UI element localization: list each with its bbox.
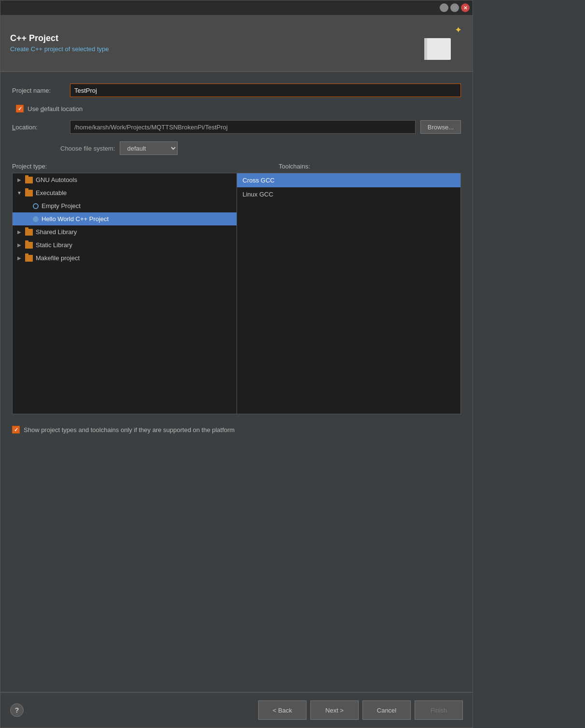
- toolchain-label: Linux GCC: [243, 191, 274, 198]
- location-input[interactable]: [70, 120, 416, 134]
- arrow-icon: [24, 216, 30, 222]
- filesystem-row: Choose file system: default: [12, 141, 461, 155]
- browse-button[interactable]: Browse...: [420, 120, 461, 134]
- use-default-location-row: Use default location: [12, 105, 461, 112]
- platform-filter-label: Show project types and toolchains only i…: [24, 426, 235, 434]
- toolchains-list[interactable]: Cross GCC Linux GCC: [237, 173, 461, 414]
- wizard-icon: ✦: [424, 24, 463, 62]
- wizard-header: C++ Project Create C++ project of select…: [0, 15, 473, 71]
- folder-icon: [25, 229, 33, 236]
- folder-icon: [25, 190, 33, 196]
- project-type-list[interactable]: ▶ GNU Autotools ▼ Executable Emp: [12, 173, 237, 414]
- list-item[interactable]: Hello World C++ Project: [13, 212, 237, 225]
- use-default-label: Use default location: [28, 105, 83, 112]
- toolchain-label: Cross GCC: [243, 177, 275, 184]
- platform-filter-row: Show project types and toolchains only i…: [12, 422, 461, 437]
- arrow-icon: ▶: [16, 255, 22, 261]
- star-icon: ✦: [455, 25, 462, 35]
- radio-icon: [33, 216, 39, 222]
- item-label: Hello World C++ Project: [42, 215, 109, 223]
- use-default-checkbox[interactable]: [16, 105, 24, 112]
- filesystem-select[interactable]: default: [120, 141, 178, 155]
- item-label: Static Library: [36, 241, 72, 249]
- maximize-button[interactable]: □: [450, 3, 459, 12]
- folder-icon: [25, 255, 33, 262]
- wizard-subtitle: Create C++ project of selected type: [10, 45, 109, 53]
- lists-container: ▶ GNU Autotools ▼ Executable Emp: [12, 173, 461, 414]
- item-label: GNU Autotools: [36, 176, 77, 183]
- toolchain-item[interactable]: Cross GCC: [237, 173, 461, 187]
- main-window: □ ✕ C++ Project Create C++ project of se…: [0, 0, 473, 728]
- next-button[interactable]: Next >: [310, 700, 359, 720]
- close-button[interactable]: ✕: [461, 3, 470, 12]
- spacer: [0, 571, 473, 692]
- back-button[interactable]: < Back: [258, 700, 306, 720]
- toolchains-label: Toolchains:: [279, 163, 310, 170]
- arrow-icon: ▼: [16, 190, 22, 196]
- cancel-button[interactable]: Cancel: [362, 700, 411, 720]
- arrow-icon: [24, 203, 30, 209]
- project-name-row: Project name:: [12, 84, 461, 97]
- toolchain-item[interactable]: Linux GCC: [237, 187, 461, 201]
- minimize-button[interactable]: [440, 3, 448, 12]
- item-label: Makefile project: [36, 254, 80, 262]
- project-name-input[interactable]: [70, 84, 461, 97]
- list-item[interactable]: ▶ Static Library: [13, 238, 237, 252]
- wizard-footer: ? < Back Next > Cancel Finish: [0, 692, 473, 728]
- radio-icon: [33, 203, 39, 209]
- item-label: Shared Library: [36, 228, 77, 236]
- project-name-label: Project name:: [12, 87, 65, 94]
- project-type-section: Project type: Toolchains: ▶ GNU Autotool…: [12, 163, 461, 414]
- title-bar: □ ✕: [0, 0, 473, 15]
- help-button[interactable]: ?: [10, 703, 24, 717]
- list-item[interactable]: ▶ Makefile project: [13, 252, 237, 265]
- arrow-icon: ▶: [16, 229, 22, 235]
- location-row: Location: Browse...: [12, 120, 461, 134]
- wizard-content: Project name: Use default location Locat…: [0, 72, 473, 571]
- finish-button[interactable]: Finish: [415, 700, 463, 720]
- book-graphic: [424, 38, 451, 60]
- list-item[interactable]: Empty Project: [13, 199, 237, 212]
- book-spine: [424, 38, 427, 60]
- item-label: Empty Project: [42, 202, 81, 210]
- folder-icon: [25, 177, 33, 183]
- footer-buttons: < Back Next > Cancel Finish: [258, 700, 463, 720]
- project-type-label: Project type:: [12, 163, 47, 170]
- arrow-icon: ▶: [16, 177, 22, 183]
- wizard-title: C++ Project: [10, 33, 109, 43]
- list-item[interactable]: ▶ Shared Library: [13, 225, 237, 238]
- platform-filter-checkbox[interactable]: [12, 426, 20, 434]
- header-text-block: C++ Project Create C++ project of select…: [10, 33, 109, 53]
- folder-icon: [25, 242, 33, 249]
- location-label: Location:: [12, 124, 65, 131]
- item-label: Executable: [36, 189, 67, 196]
- footer-left: ?: [10, 703, 24, 717]
- list-item[interactable]: ▶ GNU Autotools: [13, 173, 237, 186]
- arrow-icon: ▶: [16, 242, 22, 248]
- filesystem-label: Choose file system:: [60, 145, 115, 152]
- list-item[interactable]: ▼ Executable: [13, 186, 237, 199]
